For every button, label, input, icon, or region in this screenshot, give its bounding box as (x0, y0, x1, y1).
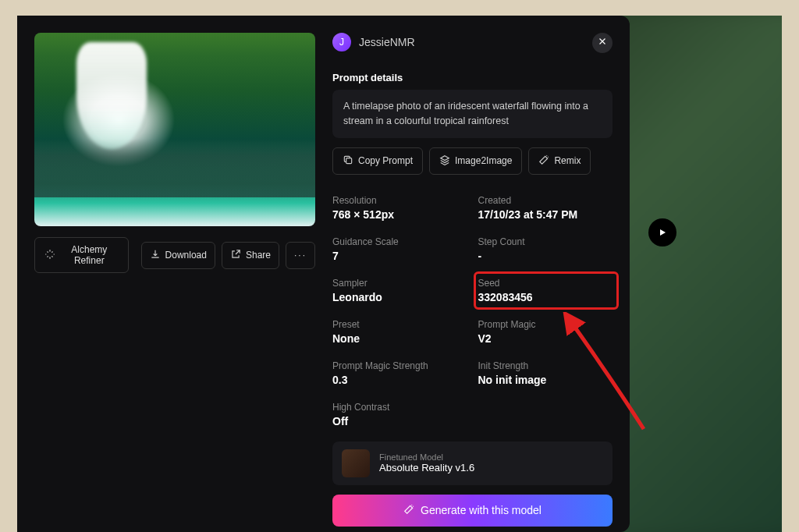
image2image-label: Image2Image (455, 155, 512, 166)
prompt-actions-row: Copy Prompt Image2Image Remix (332, 147, 613, 175)
meta-value: 0.3 (332, 374, 467, 386)
meta-created: Created 17/10/23 at 5:47 PM (478, 195, 613, 221)
generated-image[interactable] (34, 33, 315, 226)
image-actions-row: Alchemy Refiner Download Share ··· (34, 237, 315, 273)
alchemy-refiner-label: Alchemy Refiner (60, 244, 119, 266)
download-button[interactable]: Download (141, 242, 215, 269)
model-label: Finetuned Model (379, 452, 474, 462)
meta-label: Sampler (332, 278, 467, 289)
close-icon (597, 36, 608, 50)
meta-value: Off (332, 415, 467, 427)
meta-value: 768 × 512px (332, 208, 467, 221)
meta-prompt-magic: Prompt Magic V2 (478, 319, 613, 345)
username[interactable]: JessieNMR (359, 36, 415, 48)
meta-value: 332083456 (478, 291, 613, 303)
generate-label: Generate with this model (421, 504, 542, 516)
meta-value: No init image (478, 374, 613, 386)
meta-preset: Preset None (332, 319, 467, 345)
meta-label: Step Count (478, 236, 613, 247)
prompt-text: A timelapse photo of an iridescent water… (332, 90, 613, 138)
meta-label: Prompt Magic (478, 319, 613, 330)
model-info: Finetuned Model Absolute Reality v1.6 (379, 452, 474, 473)
download-icon (150, 249, 161, 262)
alchemy-refiner-button[interactable]: Alchemy Refiner (34, 237, 129, 273)
copy-icon (343, 154, 353, 168)
meta-value: - (478, 250, 613, 262)
meta-value: 7 (332, 250, 467, 262)
remix-label: Remix (554, 155, 581, 166)
model-name: Absolute Reality v1.6 (379, 462, 474, 473)
download-label: Download (165, 250, 207, 261)
app-window: Alchemy Refiner Download Share ··· (17, 16, 782, 532)
more-icon: ··· (294, 250, 307, 261)
meta-value: V2 (478, 332, 613, 345)
meta-resolution: Resolution 768 × 512px (332, 195, 467, 221)
wand-icon (538, 154, 549, 168)
meta-step-count: Step Count - (478, 236, 613, 262)
metadata-grid: Resolution 768 × 512px Created 17/10/23 … (332, 195, 613, 427)
sparkle-icon (44, 249, 55, 262)
share-icon (230, 249, 241, 262)
right-column: J JessieNMR A timelapse photo of an irid… (332, 33, 613, 515)
meta-value: 17/10/23 at 5:47 PM (478, 208, 613, 221)
more-button[interactable]: ··· (286, 242, 315, 269)
meta-label: Preset (332, 319, 467, 330)
meta-value: Leonardo (332, 291, 467, 303)
copy-prompt-label: Copy Prompt (358, 155, 413, 166)
meta-label: Init Strength (478, 360, 613, 371)
meta-label: Prompt Magic Strength (332, 360, 467, 371)
meta-label: Seed (478, 278, 613, 289)
meta-label: Guidance Scale (332, 236, 467, 247)
svg-rect-0 (346, 158, 352, 163)
magic-wand-icon (403, 504, 414, 517)
avatar[interactable]: J (332, 33, 351, 51)
meta-label: Resolution (332, 195, 467, 206)
image2image-button[interactable]: Image2Image (429, 147, 522, 175)
user-row: J JessieNMR (332, 33, 613, 51)
meta-seed: Seed 332083456 (478, 278, 613, 303)
close-button[interactable] (592, 33, 613, 53)
annotation-highlight: Seed 332083456 (474, 271, 620, 310)
generate-button[interactable]: Generate with this model (332, 495, 613, 527)
model-thumbnail (342, 449, 370, 477)
meta-init-strength: Init Strength No init image (478, 360, 613, 386)
share-button[interactable]: Share (222, 242, 279, 269)
prompt-details-label: Prompt details (332, 72, 613, 83)
avatar-initial: J (339, 37, 344, 48)
share-label: Share (246, 250, 271, 261)
model-box[interactable]: Finetuned Model Absolute Reality v1.6 (332, 442, 613, 485)
meta-prompt-magic-strength: Prompt Magic Strength 0.3 (332, 360, 467, 386)
meta-sampler: Sampler Leonardo (332, 278, 467, 303)
meta-value: None (332, 332, 467, 345)
remix-button[interactable]: Remix (528, 147, 591, 175)
play-button[interactable] (648, 218, 676, 246)
meta-high-contrast: High Contrast Off (332, 402, 467, 427)
meta-label: High Contrast (332, 402, 467, 413)
left-column: Alchemy Refiner Download Share ··· (34, 33, 315, 515)
meta-label: Created (478, 195, 613, 206)
copy-prompt-button[interactable]: Copy Prompt (332, 147, 423, 175)
meta-guidance-scale: Guidance Scale 7 (332, 236, 467, 262)
layers-icon (439, 154, 450, 168)
image-details-modal: Alchemy Refiner Download Share ··· (17, 16, 630, 532)
